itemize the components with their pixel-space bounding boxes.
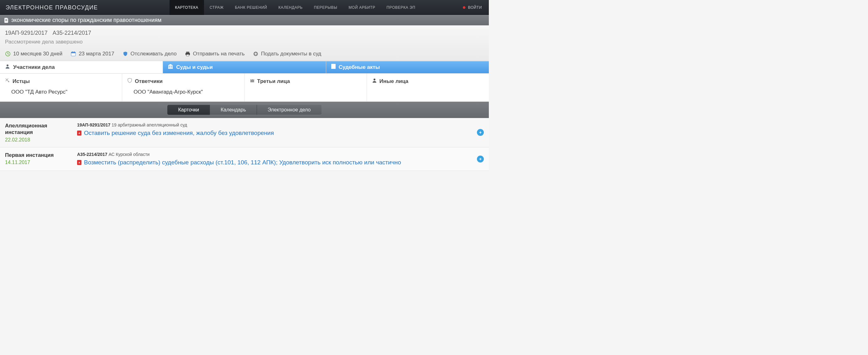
plus-circle-icon xyxy=(253,51,258,57)
top-nav: ЭЛЕКТРОННОЕ ПРАВОСУДИЕ КАРТОТЕКАСТРАЖБАН… xyxy=(0,0,489,15)
brand-title: ЭЛЕКТРОННОЕ ПРАВОСУДИЕ xyxy=(0,0,104,15)
category-label: экономические споры по гражданским право… xyxy=(11,17,161,24)
shield-icon xyxy=(123,51,128,57)
nav-item[interactable]: МОЙ АРБИТР xyxy=(343,0,381,15)
case-header: 19АП-9291/2017 А35-2214/2017 Рассмотрени… xyxy=(0,25,489,61)
printer-icon xyxy=(185,51,190,57)
detail-tabs: Участники дела Суды и судьи A Судебные а… xyxy=(0,61,489,74)
person-icon xyxy=(5,64,10,70)
nav-item[interactable]: ПРОВЕРКА ЭП xyxy=(381,0,421,15)
parties-panel: Истцы ООО "ТД Авто Ресурс" Ответчики ООО… xyxy=(0,74,489,102)
track-case-button[interactable]: Отслеживать дело xyxy=(123,51,177,57)
svg-point-18 xyxy=(374,79,375,80)
instance-title: Апелляционная инстанция xyxy=(5,122,71,136)
case-number-first: А35-2214/2017 xyxy=(53,30,91,36)
status-dot-icon xyxy=(463,6,465,9)
duration-label: 10 месяцев 30 дней xyxy=(13,51,62,57)
instance-case-number: А35-2214/2017 xyxy=(77,152,107,157)
decision-link[interactable]: Возместить (распределить) судебные расхо… xyxy=(84,159,401,167)
nav-item[interactable]: КАРТОТЕКА xyxy=(169,0,204,15)
svg-rect-1 xyxy=(5,20,7,21)
svg-rect-9 xyxy=(186,55,189,56)
instance-row: Первая инстанция14.11.2017А35-2214/2017 … xyxy=(0,147,489,171)
case-number-appeal: 19АП-9291/2017 xyxy=(5,30,48,36)
expand-button[interactable]: + xyxy=(477,129,484,136)
svg-text:A: A xyxy=(333,65,334,68)
svg-rect-4 xyxy=(71,52,75,53)
tab-acts[interactable]: A Судебные акты xyxy=(326,61,489,73)
tab-courts[interactable]: Суды и судьи xyxy=(163,61,326,73)
tab-label: Суды и судьи xyxy=(176,64,213,70)
instance-date: 22.02.2018 xyxy=(5,137,71,143)
plaintiffs-column: Истцы ООО "ТД Авто Ресурс" xyxy=(0,74,122,101)
instance-meta: 19АП-9291/2017 19 арбитражный апелляцион… xyxy=(77,122,471,128)
segment-button[interactable]: Календарь xyxy=(210,105,257,115)
nav-item[interactable]: БАНК РЕШЕНИЙ xyxy=(229,0,273,15)
pdf-icon: A xyxy=(77,160,82,165)
category-bar: экономические споры по гражданским право… xyxy=(0,15,489,25)
shield-outline-icon xyxy=(127,78,132,84)
svg-text:A: A xyxy=(78,162,80,164)
nav-item[interactable]: КАЛЕНДАРЬ xyxy=(273,0,308,15)
calendar-icon xyxy=(70,51,76,57)
pdf-icon: A xyxy=(331,64,336,70)
segment-button[interactable]: Карточки xyxy=(167,105,210,115)
other-parties-title: Иные лица xyxy=(379,78,409,84)
instance-meta: А35-2214/2017 АС Курской области xyxy=(77,152,471,157)
svg-rect-6 xyxy=(74,51,74,52)
filed-date-info: 23 марта 2017 xyxy=(70,51,114,57)
svg-rect-12 xyxy=(168,66,169,68)
tab-label: Участники дела xyxy=(13,64,55,70)
document-icon xyxy=(4,18,9,23)
plaintiff-name[interactable]: ООО "ТД Авто Ресурс" xyxy=(5,89,117,95)
login-button[interactable]: ВОЙТИ xyxy=(456,0,489,15)
defendants-column: Ответчики ООО "Авангард-Агро-Курск" xyxy=(122,74,244,101)
decision-link[interactable]: Оставить решение суда без изменения, жал… xyxy=(84,129,274,137)
instance-date: 14.11.2017 xyxy=(5,159,71,165)
svg-text:A: A xyxy=(78,132,80,134)
nav-item[interactable]: ПЕРЕРЫВЫ xyxy=(308,0,343,15)
svg-rect-5 xyxy=(72,51,73,52)
case-status: Рассмотрение дела завершено xyxy=(5,39,484,45)
instance-case-number: 19АП-9291/2017 xyxy=(77,122,110,128)
svg-rect-0 xyxy=(5,20,7,20)
duration-info: 10 месяцев 30 дней xyxy=(5,51,62,57)
file-docs-button[interactable]: Подать документы в суд xyxy=(253,51,321,57)
tab-label: Судебные акты xyxy=(339,64,380,70)
track-label: Отслеживать дело xyxy=(131,51,177,57)
plaintiffs-title: Истцы xyxy=(12,78,30,84)
third-parties-column: Третьи лица xyxy=(245,74,367,101)
clock-icon xyxy=(5,51,11,57)
svg-rect-13 xyxy=(170,66,171,68)
view-switcher-bar: КарточкиКалендарьЭлектронное дело xyxy=(0,102,489,118)
svg-rect-15 xyxy=(168,68,173,69)
file-docs-label: Подать документы в суд xyxy=(261,51,321,57)
castle-icon xyxy=(250,78,255,84)
print-button[interactable]: Отправить на печать xyxy=(185,51,245,57)
pdf-icon: A xyxy=(77,131,82,136)
swords-icon xyxy=(5,78,10,84)
defendant-name[interactable]: ООО "Авангард-Агро-Курск" xyxy=(127,89,239,95)
nav-item[interactable]: СТРАЖ xyxy=(204,0,229,15)
expand-button[interactable]: + xyxy=(477,155,484,163)
segment-button[interactable]: Электронное дело xyxy=(257,105,321,115)
court-icon xyxy=(168,64,173,70)
svg-point-11 xyxy=(7,65,8,66)
defendants-title: Ответчики xyxy=(135,78,163,84)
svg-rect-14 xyxy=(172,66,172,68)
svg-rect-7 xyxy=(186,52,189,53)
other-parties-column: Иные лица xyxy=(367,74,489,101)
print-label: Отправить на печать xyxy=(193,51,245,57)
third-parties-title: Третьи лица xyxy=(257,78,290,84)
login-label: ВОЙТИ xyxy=(468,5,482,10)
tab-participants[interactable]: Участники дела xyxy=(0,61,163,73)
instance-title: Первая инстанция xyxy=(5,152,71,158)
filed-date-label: 23 марта 2017 xyxy=(79,51,114,57)
person-solid-icon xyxy=(372,78,377,84)
instance-row: Апелляционная инстанция22.02.201819АП-92… xyxy=(0,118,489,147)
